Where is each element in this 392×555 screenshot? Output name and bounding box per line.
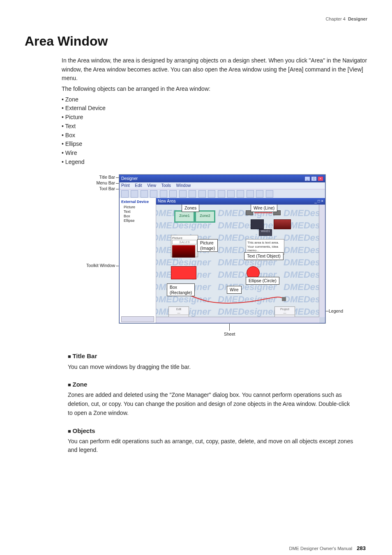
vertical-scrollbar[interactable] [319, 205, 325, 317]
label-menu-bar: Menu Bar [62, 180, 115, 185]
intro-bullets: Zone External Device Picture Text Box El… [62, 95, 367, 167]
menu-bar[interactable]: Print Edit View Tools Window [120, 182, 325, 189]
picture-image [172, 245, 195, 258]
device-label: Wire01 [259, 229, 272, 236]
toolbar-button[interactable] [218, 190, 225, 198]
toolkit-panel[interactable]: External Device Picture Text Box Ellipse [120, 198, 156, 323]
designer-window: Designer _ □ × Print Edit View Tools Win… [119, 175, 325, 323]
toolkit-item[interactable]: Text [124, 210, 154, 214]
watermark: DMEDesigner [284, 269, 319, 280]
section-heading-objects: Objects [68, 426, 355, 435]
bullet-item: Box [62, 131, 367, 140]
toolbar-button[interactable] [266, 190, 273, 198]
maximize-icon[interactable]: □ [318, 198, 320, 205]
toolbar-button[interactable] [189, 190, 196, 198]
bullet-item: External Device [62, 104, 367, 113]
menu-item[interactable]: View [147, 183, 156, 188]
canvas-title-bar[interactable]: New Area _ □ × [156, 198, 325, 205]
zone-object[interactable]: Zone2 [195, 210, 215, 223]
watermark: DMEDesigner [284, 282, 319, 292]
scrollbar[interactable] [121, 316, 154, 322]
bullet-item: Picture [62, 113, 367, 122]
watermark: DMEDesigner [284, 208, 319, 219]
callout-zones: Zones [182, 205, 199, 212]
bullet-item: Wire [62, 149, 367, 158]
callout-box: Box (Rectangle) [167, 283, 195, 296]
toolbar-button[interactable] [198, 190, 206, 198]
footer-text: DME Designer Owner's Manual [289, 546, 353, 551]
bullet-item: Legend [62, 158, 367, 167]
label-title-bar: Title Bar [62, 175, 115, 180]
toolbar-button[interactable] [150, 190, 157, 198]
label-legend: Legend [329, 309, 343, 313]
section-text: You can perform edit operations such as … [68, 437, 355, 455]
device-icon[interactable] [251, 219, 264, 229]
text-line: Your comments, idea memo... [247, 245, 283, 253]
toolbar-button[interactable] [179, 190, 187, 198]
intro-p2: The following objects can be arranged in… [62, 85, 367, 94]
bullet-item: Text [62, 122, 367, 131]
section-heading-title-bar: Title Bar [68, 351, 355, 361]
toolbar-button[interactable] [247, 190, 254, 198]
callout-picture: Picture (Image) [197, 239, 218, 252]
multi-label: MULTI [172, 258, 197, 261]
horizontal-scrollbar[interactable] [156, 317, 319, 323]
label-toolkit: Toolkit Window [62, 263, 115, 268]
toolkit-header: External Device [121, 200, 154, 204]
intro-p1: In the Area window, the area is designed… [62, 56, 367, 83]
toolkit-item[interactable]: Ellipse [124, 219, 154, 223]
toolkit-item[interactable]: Box [124, 214, 154, 218]
menu-item[interactable]: Tools [161, 183, 171, 188]
canvas-frame: New Area _ □ × DMEDesigner DMEDesigner D… [156, 198, 325, 323]
toolbar-button[interactable] [131, 190, 138, 198]
minimize-icon[interactable]: _ [304, 176, 310, 181]
window-title: Designer [121, 175, 138, 182]
toolbar-button[interactable] [160, 190, 167, 198]
device-icon[interactable] [274, 219, 291, 229]
page-footer: DME Designer Owner's Manual 283 [25, 545, 367, 551]
label-tool-bar: Tool Bar [62, 186, 115, 191]
toolkit-item[interactable]: Picture [124, 205, 154, 209]
design-sheet[interactable]: DMEDesigner DMEDesigner DMEDesigner DMED… [156, 205, 319, 317]
toolbar-button[interactable] [169, 190, 177, 198]
section-heading-zone: Zone [68, 380, 355, 389]
toolbar-button[interactable] [237, 190, 244, 198]
toolbar-button[interactable] [121, 190, 129, 198]
watermark: DMEDesigner [284, 245, 319, 256]
close-icon[interactable]: × [318, 176, 323, 181]
section-text: Zones are added and deleted using the "Z… [68, 391, 355, 417]
menu-item[interactable]: Print [121, 183, 130, 188]
label-sheet: Sheet [224, 332, 235, 336]
section-label: Designer [348, 16, 367, 21]
maximize-icon[interactable]: □ [311, 176, 317, 181]
svg-rect-1 [282, 297, 286, 301]
toolbar-button[interactable] [256, 190, 263, 198]
figure: Title Bar Menu Bar Tool Bar Toolkit Wind… [62, 175, 357, 339]
box-object[interactable] [171, 266, 196, 279]
menu-item[interactable]: Edit [135, 183, 142, 188]
section-text: You can move windows by dragging the tit… [68, 363, 355, 372]
callout-wire-line: Wire (Line) [251, 205, 277, 212]
bullet-item: Ellipse [62, 140, 367, 149]
page-title: Area Window [25, 34, 367, 49]
toolbar-button[interactable] [227, 190, 235, 198]
canvas-title: New Area [158, 198, 175, 205]
window-title-bar[interactable]: Designer _ □ × [120, 175, 325, 182]
page-header: Chapter 4 Designer [25, 16, 367, 21]
page-number: 283 [357, 545, 366, 551]
toolbar-button[interactable] [141, 190, 148, 198]
menu-item[interactable]: Window [176, 183, 191, 188]
toolbar-button[interactable] [208, 190, 215, 198]
picture-caption: Picture [172, 236, 197, 240]
picture-object[interactable]: Picture SALES MULTI [171, 235, 198, 257]
minimize-icon[interactable]: _ [315, 198, 317, 205]
callout-ellipse: Ellipse (Circle) [246, 277, 279, 285]
sales-badge: SALES [172, 240, 197, 244]
watermark: DMEDesigner [284, 257, 319, 268]
callout-text: Text (Text Object) [244, 252, 284, 260]
watermark: DMEDesigner [284, 294, 319, 305]
zone-object[interactable]: Zone1 [174, 210, 195, 223]
watermark: DMEDesigner [284, 233, 319, 243]
close-icon[interactable]: × [321, 198, 323, 205]
bullet-item: Zone [62, 95, 367, 104]
